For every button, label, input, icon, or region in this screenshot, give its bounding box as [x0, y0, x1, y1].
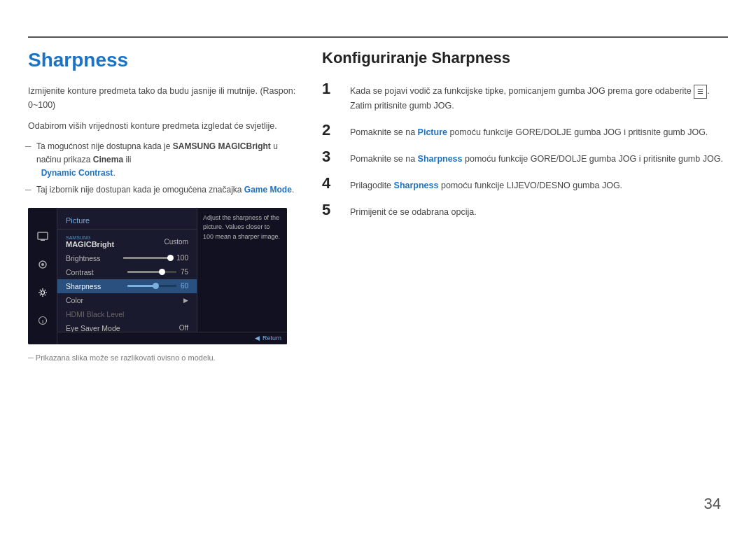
svg-point-4	[41, 290, 44, 294]
step-text-1: Kada se pojavi vodič za funkcijske tipke…	[350, 81, 728, 113]
step-text-3: Pomaknite se na Sharpness pomoću funkcij…	[350, 149, 723, 166]
monitor-sidebar: i	[28, 208, 57, 344]
step-item-3: 3 Pomaknite se na Sharpness pomoću funkc…	[322, 149, 728, 166]
step-text-4: Prilagodite Sharpness pomoću funkcije LI…	[350, 176, 622, 192]
monitor-mockup: i Picture SAMSUNG MAGICBright Custom	[28, 208, 287, 348]
monitor-icon-circle	[35, 257, 50, 272]
brightness-slider	[123, 257, 172, 259]
page-number: 34	[704, 495, 721, 513]
monitor-icon-info: i	[35, 313, 50, 328]
left-title: Sharpness	[28, 49, 301, 71]
desc1: Izmijenite konture predmeta tako da budu…	[28, 84, 301, 112]
monitor-info-text: Adjust the sharpness of the picture. Val…	[203, 213, 281, 242]
monitor-menu: Picture SAMSUNG MAGICBright Custom Brigh…	[57, 208, 197, 344]
return-arrow-icon: ◀	[255, 335, 260, 342]
sharpness-slider	[127, 285, 176, 287]
svg-point-3	[41, 263, 44, 266]
step-item-2: 2 Pomaknite se na Picture pomoću funkcij…	[322, 122, 728, 139]
step-item-1: 1 Kada se pojavi vodič za funkcijske tip…	[322, 81, 728, 113]
right-title: Konfiguriranje Sharpness	[322, 49, 728, 67]
top-rule	[28, 36, 728, 38]
step-list: 1 Kada se pojavi vodič za funkcijske tip…	[322, 81, 728, 219]
desc2: Odabirom viših vrijednosti konture predm…	[28, 119, 301, 133]
left-column: Sharpness Izmijenite konture predmeta ta…	[28, 49, 301, 362]
svg-rect-0	[38, 232, 48, 239]
menu-item-color: Color ▶	[57, 293, 197, 307]
step-item-5: 5 Primijenit će se odabrana opcija.	[322, 202, 728, 219]
image-note: ─ Prikazana slika može se razlikovati ov…	[28, 353, 301, 362]
monitor-info-panel: Adjust the sharpness of the picture. Val…	[197, 208, 287, 344]
contrast-slider	[127, 271, 176, 273]
monitor-icon-gear	[35, 285, 50, 300]
step-text-2: Pomaknite se na Picture pomoću funkcije …	[350, 122, 708, 139]
note2: Taj izbornik nije dostupan kada je omogu…	[28, 183, 301, 197]
note1: Ta mogućnost nije dostupna kada je SAMSU…	[28, 140, 301, 181]
svg-rect-1	[41, 239, 45, 241]
menu-item-brightness: Brightness 100	[57, 251, 197, 265]
right-column: Konfiguriranje Sharpness 1 Kada se pojav…	[322, 49, 728, 229]
menu-header: Picture	[57, 213, 197, 230]
svg-text:i: i	[41, 318, 43, 324]
color-arrow-icon: ▶	[183, 297, 188, 304]
monitor-screen: i Picture SAMSUNG MAGICBright Custom	[28, 208, 287, 344]
return-label: Return	[262, 335, 281, 342]
menu-item-magicbright: SAMSUNG MAGICBright Custom	[57, 232, 197, 251]
monitor-icon-display	[35, 229, 50, 244]
step-text-5: Primijenit će se odabrana opcija.	[350, 202, 477, 219]
menu-item-contrast: Contrast 75	[57, 265, 197, 279]
menu-item-sharpness: Sharpness 60	[57, 279, 197, 293]
step-item-4: 4 Prilagodite Sharpness pomoću funkcije …	[322, 176, 728, 192]
monitor-bottom-bar: ◀ Return	[57, 332, 287, 344]
menu-item-hdmi: HDMI Black Level	[57, 307, 197, 321]
